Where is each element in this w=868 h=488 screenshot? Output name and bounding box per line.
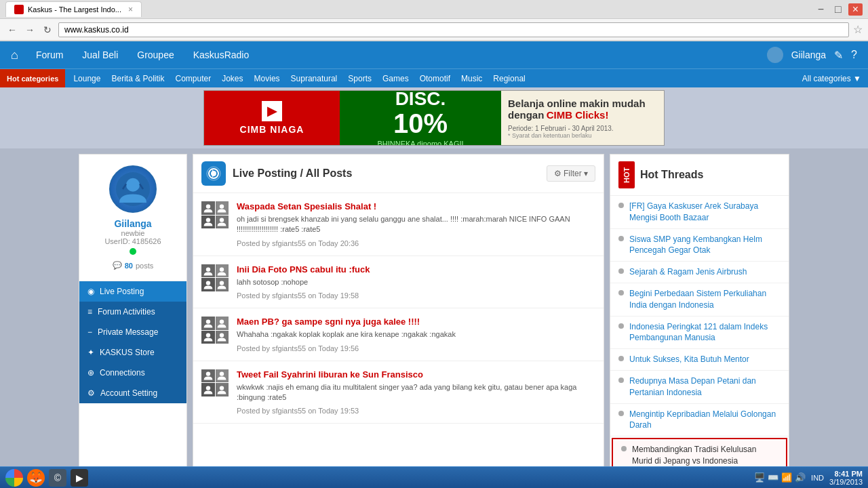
taskbar-media-icon[interactable]: ▶ (71, 469, 88, 487)
post-title-1[interactable]: Waspada Setan Spesialis Shalat ! (237, 201, 595, 211)
thread-dot (621, 446, 627, 451)
taskbar-firefox-icon[interactable]: 🦊 (27, 469, 45, 487)
taskbar-chrome-icon[interactable] (5, 469, 23, 487)
cimb-clicks-text: CIMB Clicks! (547, 109, 609, 121)
post-content-2: Inii Dia Foto PNS cabul itu :fuck lahh s… (237, 264, 595, 300)
sidebar-username[interactable]: Giilanga (90, 218, 176, 229)
svg-point-6 (206, 204, 210, 208)
cat-berita[interactable]: Berita & Politik (106, 69, 170, 88)
thread-dot (618, 203, 624, 208)
cat-movies[interactable]: Movies (249, 69, 285, 88)
cat-otomotif[interactable]: Otomotif (414, 69, 456, 88)
cat-supranatural[interactable]: Supranatural (285, 69, 343, 88)
left-sidebar: Giilanga newbie UserID: 4185626 💬 80 pos… (79, 154, 187, 488)
title-bar: Kaskus - The Largest Indo... × − □ × (0, 0, 868, 19)
hot-threads-title: Hot Threads (640, 169, 703, 181)
thread-text-highlighted[interactable]: Membandingkan Tradisi Kelulusan Murid di… (632, 444, 778, 467)
nav-forum[interactable]: Forum (26, 41, 73, 68)
address-input[interactable] (58, 22, 849, 37)
svg-point-7 (220, 204, 224, 208)
cimb-text: ▶ (267, 104, 277, 119)
nav-radio[interactable]: KaskusRadio (184, 41, 259, 68)
thread-text[interactable]: Siswa SMP yang Kembangkan Helm Pencegah … (629, 234, 781, 257)
cat-music[interactable]: Music (456, 69, 488, 88)
thread-dot (618, 356, 624, 361)
reload-button[interactable]: ↻ (41, 23, 54, 37)
thread-item: Indonesia Peringkat 121 dalam Indeks Pem… (610, 317, 789, 350)
thread-item: Sejarah & Ragam Jenis Airbrush (610, 262, 789, 283)
back-button[interactable]: ← (5, 23, 19, 37)
post-content-3: Maen PB? ga sampe sgni nya juga kalee !!… (237, 317, 595, 352)
sidebar-live-posting[interactable]: ◉ Live Posting (79, 281, 186, 302)
help-icon[interactable]: ? (851, 49, 857, 61)
browser-chrome: Kaskus - The Largest Indo... × − □ × ← →… (0, 0, 868, 41)
thread-dot (618, 236, 624, 241)
edit-icon[interactable]: ✎ (834, 49, 843, 62)
cat-computer[interactable]: Computer (170, 69, 217, 88)
cat-lounge[interactable]: Lounge (68, 69, 106, 88)
post-title-3[interactable]: Maen PB? ga sampe sgni nya juga kalee !!… (237, 317, 595, 327)
taskbar-system-icon[interactable]: © (49, 469, 66, 487)
thread-dot (618, 290, 624, 296)
live-posting-label: Live Posting (100, 287, 144, 296)
thread-text[interactable]: [FR] Gaya Kaskuser Arek Surabaya Mengisi… (629, 201, 781, 224)
post-title-2[interactable]: Inii Dia Foto PNS cabul itu :fuck (237, 264, 595, 274)
thread-text[interactable]: Indonesia Peringkat 121 dalam Indeks Pem… (629, 321, 781, 344)
home-icon[interactable]: ⌂ (11, 48, 18, 62)
post-item: Waspada Setan Spesialis Shalat ! oh jadi… (193, 193, 604, 256)
ad-right: Belanja online makin mudah dengan CIMB C… (501, 91, 664, 145)
cat-regional[interactable]: Regional (488, 69, 530, 88)
hot-threads-header: HOT Hot Threads (610, 155, 789, 196)
sidebar-connections[interactable]: ⊕ Connections (79, 363, 186, 383)
avatar-image (116, 172, 150, 206)
username-label[interactable]: Giilanga (791, 49, 826, 60)
sidebar-forum-activities[interactable]: ≡ Forum Activities (79, 302, 186, 322)
thread-text[interactable]: Begini Perbedaan Sistem Perkuliahan Indi… (629, 288, 781, 311)
thread-item: Mengintip Kepribadian Melalui Golongan D… (610, 404, 789, 437)
tab-title: Kaskus - The Largest Indo... (28, 5, 121, 14)
window-maximize[interactable]: □ (831, 3, 846, 16)
post-body-3: Whahaha :ngakak koplak koplak ane kira k… (237, 329, 595, 340)
cat-sports[interactable]: Sports (342, 69, 377, 88)
cimb-niaga-text: CIMB NIAGA (240, 124, 304, 135)
thread-text[interactable]: Redupnya Masa Depan Petani dan Pertanian… (629, 375, 781, 399)
svg-point-8 (206, 218, 210, 222)
post-body-2: lahh sotosop :nohope (237, 277, 595, 287)
clock-date: 3/19/2013 (829, 478, 863, 486)
ad-banner[interactable]: ▶ CIMB NIAGA DISC. 10% BHINNEKA dinomo K… (203, 90, 665, 146)
bookmark-icon[interactable]: ☆ (853, 23, 863, 36)
cat-jokes[interactable]: Jokes (216, 69, 248, 88)
thread-text[interactable]: Untuk Sukses, Kita Butuh Mentor (629, 354, 749, 365)
post-body-4: wkwkwk :najis eh emang dia itu multitale… (237, 382, 595, 403)
sidebar-account-setting[interactable]: ⚙ Account Setting (79, 383, 186, 403)
svg-point-1 (126, 178, 140, 192)
posts-label: posts (136, 262, 153, 270)
connections-label: Connections (100, 368, 145, 378)
post-avatar-3 (201, 317, 229, 344)
svg-point-15 (220, 319, 224, 323)
sys-tray-icon-1: 🖥️ (754, 472, 765, 483)
sidebar-private-message[interactable]: − Private Message (79, 322, 186, 342)
ad-sub: * Syarat dan ketentuan berlaku (508, 132, 592, 139)
brand-names: BHINNEKA dinomo KAGII (377, 140, 463, 146)
center-content: Live Posting / All Posts ⚙ Filter ▾ Wasp… (193, 154, 604, 488)
window-minimize[interactable]: − (814, 3, 828, 16)
cat-games[interactable]: Games (377, 69, 414, 88)
taskbar-icons: 🦊 © ▶ (5, 469, 88, 487)
forward-button[interactable]: → (23, 23, 37, 37)
all-categories[interactable]: All categories ▼ (795, 69, 868, 88)
right-sidebar: HOT Hot Threads [FR] Gaya Kaskuser Arek … (610, 154, 789, 488)
tab-close-icon[interactable]: × (128, 5, 133, 14)
post-title-4[interactable]: Tweet Fail Syahrini liburan ke Sun Frans… (237, 369, 595, 380)
sidebar-kaskus-store[interactable]: ✦ KASKUS Store (79, 342, 186, 363)
hot-categories-label[interactable]: Hot categories (0, 69, 65, 88)
nav-groupee[interactable]: Groupee (127, 41, 183, 68)
thread-text[interactable]: Mengintip Kepribadian Melalui Golongan D… (629, 409, 781, 432)
browser-tab[interactable]: Kaskus - The Largest Indo... × (5, 1, 142, 17)
filter-button[interactable]: ⚙ Filter ▾ (547, 165, 595, 182)
window-close[interactable]: × (848, 3, 863, 16)
nav-jualbeli[interactable]: Jual Beli (73, 41, 127, 68)
top-navigation: ⌂ Forum Jual Beli Groupee KaskusRadio Gi… (0, 41, 868, 68)
thread-text[interactable]: Sejarah & Ragam Jenis Airbrush (629, 266, 747, 278)
taskbar-right: 🖥️ ⌨️ 📶 🔊 IND 8:41 PM 3/19/2013 (754, 470, 863, 486)
